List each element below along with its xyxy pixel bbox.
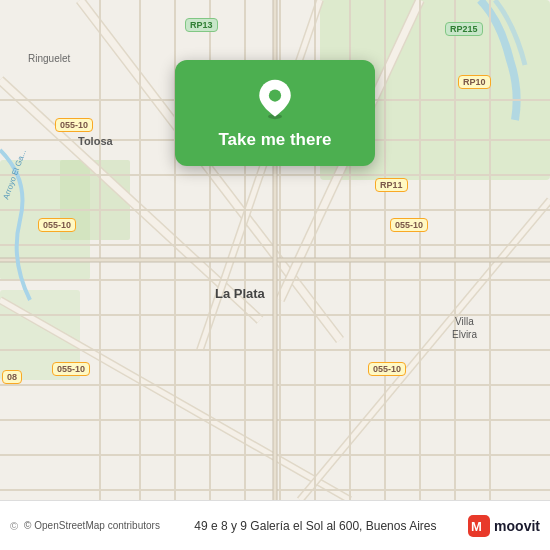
osm-attribution: © © OpenStreetMap contributors xyxy=(10,520,163,532)
svg-text:Villa: Villa xyxy=(455,316,474,327)
take-me-there-label: Take me there xyxy=(218,130,331,150)
moovit-text: moovit xyxy=(494,518,540,534)
road-badge-055-10-4: 055-10 xyxy=(52,362,90,376)
svg-text:Ringuelet: Ringuelet xyxy=(28,53,70,64)
svg-text:La Plata: La Plata xyxy=(215,286,266,301)
moovit-icon: M xyxy=(468,515,490,537)
road-badge-055-10-2: 055-10 xyxy=(38,218,76,232)
osm-text: © OpenStreetMap contributors xyxy=(24,520,160,531)
road-badge-rp215: RP215 xyxy=(445,22,483,36)
svg-text:M: M xyxy=(471,519,482,534)
road-badge-055-10-1: 055-10 xyxy=(55,118,93,132)
map-container: Ringuelet Arroyo El Ga... Tolosa La Plat… xyxy=(0,0,550,500)
bottom-bar: © © OpenStreetMap contributors 49 e 8 y … xyxy=(0,500,550,550)
svg-point-52 xyxy=(269,89,281,101)
take-me-there-card[interactable]: Take me there xyxy=(175,60,375,166)
address-label: 49 e 8 y 9 Galería el Sol al 600, Buenos… xyxy=(163,519,468,533)
road-badge-055-10-5: 055-10 xyxy=(368,362,406,376)
road-badge-rp10-1: RP10 xyxy=(458,75,491,89)
road-badge-rp13: RP13 xyxy=(185,18,218,32)
svg-text:Elvira: Elvira xyxy=(452,329,477,340)
svg-text:Tolosa: Tolosa xyxy=(78,135,114,147)
road-badge-08: 08 xyxy=(2,370,22,384)
moovit-logo: M moovit xyxy=(468,515,540,537)
road-badge-rp11: RP11 xyxy=(375,178,408,192)
road-badge-055-10-3: 055-10 xyxy=(390,218,428,232)
location-pin-icon xyxy=(254,78,296,120)
